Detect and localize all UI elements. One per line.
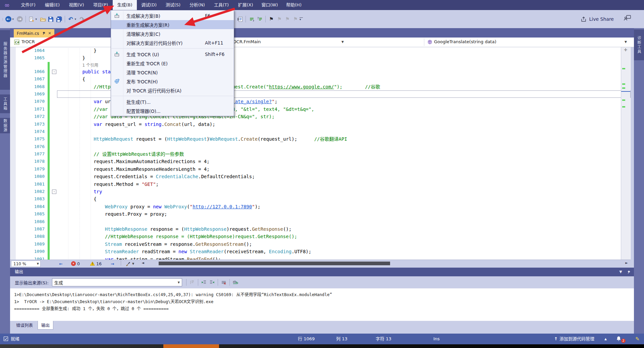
error-count[interactable]: ✕ 0 (71, 260, 80, 267)
navigate-forward-icon[interactable]: → (16, 15, 23, 23)
zoom-selector[interactable]: 110 % ▼ (11, 261, 41, 267)
collapse-box-icon[interactable]: - (52, 70, 56, 74)
warning-count[interactable]: ! 16 (90, 260, 102, 267)
build-menu-item[interactable]: 对 TrOCR 运行代码分析(A) (111, 86, 234, 95)
clear-bookmarks-icon[interactable]: ⚑ (292, 15, 299, 23)
menubar-item[interactable]: 帮助(H) (282, 0, 306, 10)
redo-icon[interactable]: ↷ (78, 15, 86, 23)
toolbar-grip[interactable]: ⁞ (2, 17, 3, 21)
menubar-item[interactable]: 生成(B) (113, 0, 137, 10)
menubar-item[interactable]: 工具(T) (209, 0, 233, 10)
build-menu-item[interactable]: 发布 TrOCR(H) (111, 77, 234, 86)
previous-bookmark-icon[interactable]: ⚑ (276, 15, 283, 23)
new-item-dropdown-icon[interactable]: ▾ (36, 17, 39, 21)
build-menu-item[interactable]: 清理 TrOCR(N) (111, 68, 234, 77)
build-menu-item[interactable]: 清理解决方案(C) (111, 29, 234, 38)
line-number: 1075 (16, 135, 48, 143)
token: HttpWebResponse (105, 226, 147, 232)
document-outline-icon[interactable] (236, 15, 244, 23)
add-to-source-control-button[interactable]: 添加到源代码管理 (559, 334, 594, 344)
chevron-up-icon[interactable]: ▲ (604, 334, 607, 344)
breadcrumb-project[interactable]: TrOCR (21, 39, 35, 44)
background-tasks-icon[interactable] (3, 336, 8, 342)
token: Encoding (269, 249, 291, 254)
sidebar-tab-2[interactable]: 工具箱 (0, 94, 10, 113)
toolbar-overflow-icon[interactable]: ▾ (300, 17, 303, 21)
menubar-item[interactable]: 项目(P) (89, 0, 113, 10)
clear-all-icon[interactable] (220, 279, 227, 286)
build-menu-item[interactable]: 重新生成解决方案(R) (111, 20, 234, 29)
document-tab-fmmain[interactable]: FmMain.cs ✕ (14, 29, 54, 38)
build-menu-item[interactable]: 生成解决方案(B)F6 (111, 11, 234, 20)
chevron-down-icon[interactable]: ▼ (625, 40, 627, 44)
build-menu-item[interactable]: 生成 TrOCR (U)Shift+F6 (111, 50, 234, 59)
word-wrap-icon[interactable]: ab (232, 279, 239, 286)
token: "); //谷歌 (334, 84, 380, 89)
scrollbar-splitter-icon[interactable]: ✛ (621, 47, 630, 53)
code-cleanup-icon[interactable]: ▼ (125, 260, 134, 267)
chevron-down-icon[interactable]: ▼ (341, 40, 344, 44)
undo-icon[interactable]: ↶ (67, 15, 74, 23)
menubar-item[interactable]: 扩展(X) (233, 0, 258, 10)
horizontal-scrollbar[interactable] (144, 261, 623, 266)
open-file-icon[interactable] (39, 15, 47, 23)
uncomment-lines-icon[interactable]: ? (256, 15, 263, 23)
close-tab-icon[interactable]: ✕ (48, 31, 51, 36)
scroll-left-icon[interactable]: ◄ (142, 261, 144, 265)
tab-error-list[interactable]: 错误列表 (13, 321, 36, 329)
next-issue-icon[interactable]: → (111, 260, 114, 267)
menubar-item[interactable]: 窗口(W) (258, 0, 282, 10)
build-menu-item[interactable]: 重新生成 TrOCR (E) (111, 59, 234, 68)
collapse-box-icon[interactable]: - (52, 190, 56, 194)
live-share-button[interactable]: Live Share (581, 10, 614, 28)
save-icon[interactable] (47, 15, 55, 23)
navigate-back-dropdown-icon[interactable]: ▾ (12, 17, 16, 21)
feedback-pencil-icon[interactable]: ✎ (635, 334, 640, 344)
menubar-item[interactable]: 视图(V) (64, 0, 89, 10)
vertical-scrollbar[interactable]: ✛ (621, 47, 630, 260)
scroll-right-icon[interactable]: ► (625, 261, 628, 265)
window-position-icon[interactable]: ▼ (619, 268, 622, 276)
comment-lines-icon[interactable] (248, 15, 255, 23)
go-to-message-icon[interactable] (189, 279, 196, 286)
feedback-icon[interactable] (624, 15, 631, 21)
menubar-item[interactable]: 分析(N) (185, 0, 209, 10)
pin-icon[interactable] (627, 270, 631, 274)
new-item-icon[interactable] (28, 15, 35, 23)
navigate-back-icon[interactable]: ← (5, 15, 12, 23)
output-log[interactable]: 1>E:\Documents\Desktop\tianruoocr-master… (10, 288, 642, 321)
output-title-bar[interactable]: 输出 ▼ ✕ (10, 268, 642, 276)
menubar-item[interactable]: 调试(D) (137, 0, 161, 10)
diagnostic-tools-tab[interactable]: 诊断工具 (634, 29, 644, 60)
change-mark (622, 87, 625, 89)
previous-message-icon[interactable] (200, 279, 208, 286)
sidebar-tab-1[interactable]: 服务器资源管理器 (0, 30, 10, 90)
fold-margin[interactable]: - (52, 188, 57, 195)
tab-output[interactable]: 输出 (38, 321, 53, 330)
notifications-bell-icon[interactable] (616, 336, 622, 342)
scrollbar-thumb[interactable] (159, 262, 390, 265)
previous-issue-icon[interactable]: ← (59, 260, 62, 267)
right-tool-strip: 诊断工具 (634, 28, 644, 334)
menu-item-label: 对解决方案运行代码分析(Y) (126, 40, 182, 46)
breadcrumb-member[interactable]: GoogleTranslate(string data) (434, 39, 496, 44)
fold-margin[interactable]: - (52, 68, 57, 75)
output-source-dropdown[interactable]: 生成 ▼ (52, 278, 182, 286)
pin-icon[interactable] (42, 31, 46, 35)
save-all-icon[interactable] (55, 15, 63, 23)
menubar-item[interactable]: 测试(S) (161, 0, 185, 10)
build-menu-item[interactable]: 配置管理器(O)... (111, 106, 234, 115)
menubar-item[interactable]: 文件(F) (16, 0, 40, 10)
next-message-icon[interactable] (208, 279, 216, 286)
output-line: ========== 全部重新生成: 成功 1 个，失败 0 个，跳过 0 个 … (14, 305, 642, 312)
toggle-bookmark-icon[interactable]: ⚑ (268, 15, 275, 23)
build-menu-item[interactable]: 对解决方案运行代码分析(Y)Alt+F11 (111, 38, 234, 47)
build-menu-item[interactable]: 批生成(T)... (111, 97, 234, 106)
undo-dropdown-icon[interactable]: ▾ (75, 17, 78, 21)
line-number: 1084 (16, 203, 48, 210)
menubar-item[interactable]: 编辑(E) (40, 0, 64, 10)
next-bookmark-icon[interactable]: ⚑ (284, 15, 291, 23)
code-editor[interactable]: 1064 }1065 } 1 个引用1066- public static st… (10, 47, 631, 260)
redo-dropdown-icon[interactable]: ▾ (86, 17, 90, 21)
sidebar-tab-3[interactable]: 数据源 (0, 118, 10, 133)
